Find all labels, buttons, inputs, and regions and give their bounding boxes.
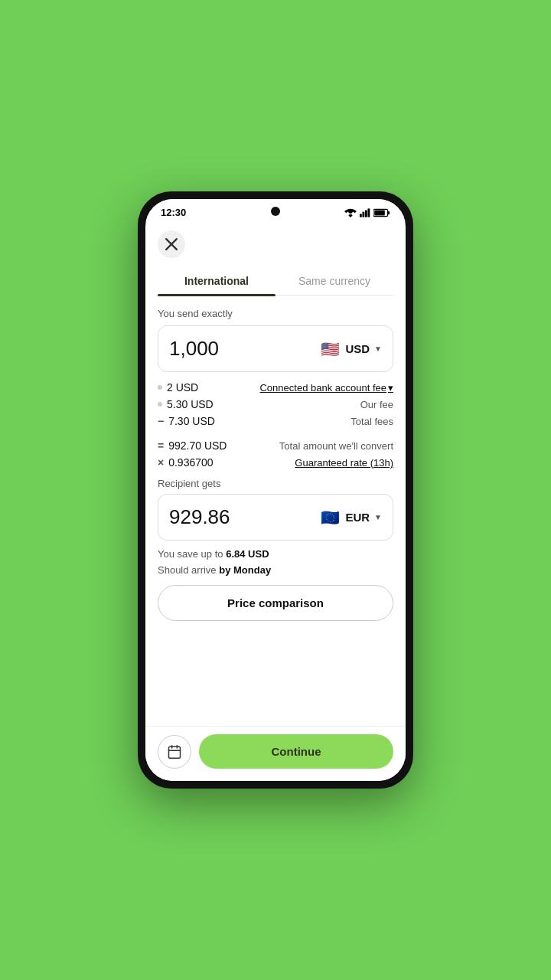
total-fees-amount: 7.30 USD [168,415,215,427]
send-section: You send exactly 1,000 🇺🇸 USD ▼ [145,296,406,372]
svg-rect-1 [363,211,365,217]
arrival-row: Should arrive by Monday [145,563,406,585]
phone-shell: 12:30 [138,191,413,789]
send-currency-code: USD [345,342,370,355]
status-icons [344,208,390,217]
content: International Same currency You send exa… [145,221,406,726]
tabs: International Same currency [158,267,393,296]
send-input-box[interactable]: 1,000 🇺🇸 USD ▼ [158,325,393,372]
schedule-button[interactable] [158,735,191,769]
rate-row: × 0.936700 Guaranteed rate (13h) [158,456,393,469]
send-label: You send exactly [158,308,393,319]
camera-notch [271,207,280,216]
fee-amount-2: 5.30 USD [167,398,214,410]
fee-row-2: 5.30 USD Our fee [158,398,393,410]
equals-icon: = [158,439,164,452]
svg-rect-5 [388,211,390,214]
tab-international[interactable]: International [158,267,276,295]
savings-row: You save up to 6.84 USD [145,541,406,563]
svg-rect-9 [169,746,181,758]
tab-same-currency[interactable]: Same currency [276,267,393,295]
svg-rect-2 [365,210,367,217]
calendar-icon [167,744,182,760]
continue-button[interactable]: Continue [199,734,393,769]
fee-left-2: 5.30 USD [158,398,214,410]
top-bar [145,221,406,258]
wifi-icon [344,208,357,217]
recipient-amount: 929.86 [169,505,230,529]
conversion-label: Total amount we'll convert [279,440,393,452]
conversion-left: = 992.70 USD [158,439,227,452]
status-time: 12:30 [161,207,186,218]
rate-left: × 0.936700 [158,456,214,469]
close-button[interactable] [158,230,185,258]
fee-left-total: − 7.30 USD [158,415,215,427]
svg-rect-0 [360,214,362,217]
guaranteed-rate-link[interactable]: Guaranteed rate (13h) [295,457,393,469]
connected-bank-fee-link[interactable]: Connected bank account fee ▾ [259,382,393,394]
recipient-currency-code: EUR [345,511,370,524]
fee-left-1: 2 USD [158,381,198,394]
recipient-section: 929.86 🇪🇺 EUR ▼ [145,494,406,541]
svg-rect-3 [368,208,370,217]
fee-dot-2 [158,402,162,407]
signal-icon [360,208,370,217]
fee-dot-1 [158,385,162,390]
recipient-flag: 🇪🇺 [319,507,341,528]
svg-rect-6 [374,210,385,215]
price-comparison-button[interactable]: Price comparison [158,585,393,621]
recipient-label: Recipient gets [145,469,406,494]
fee-row-1: 2 USD Connected bank account fee ▾ [158,381,393,394]
fees-section: 2 USD Connected bank account fee ▾ 5.30 … [145,372,406,469]
recipient-input-box[interactable]: 929.86 🇪🇺 EUR ▼ [158,494,393,541]
minus-icon: − [158,415,164,427]
recipient-chevron-icon: ▼ [374,513,382,521]
multiply-icon: × [158,456,164,469]
savings-amount: 6.84 USD [226,548,269,560]
send-chevron-icon: ▼ [374,345,382,353]
rate-amount: 0.936700 [168,456,213,469]
recipient-currency-selector[interactable]: 🇪🇺 EUR ▼ [319,507,382,528]
battery-icon [373,208,390,217]
our-fee-label: Our fee [360,399,393,410]
fee-row-total: − 7.30 USD Total fees [158,415,393,427]
arrival-day: by Monday [219,564,271,576]
send-amount: 1,000 [169,337,219,361]
send-flag: 🇺🇸 [319,338,341,360]
status-bar: 12:30 [145,199,406,221]
bottom-bar: Continue [145,726,406,781]
fee-amount-1: 2 USD [167,381,198,394]
conversion-row: = 992.70 USD Total amount we'll convert [158,439,393,452]
phone-screen: 12:30 [145,199,406,781]
conversion-amount: 992.70 USD [168,439,227,452]
total-fees-label: Total fees [350,416,393,427]
send-currency-selector[interactable]: 🇺🇸 USD ▼ [319,338,382,360]
